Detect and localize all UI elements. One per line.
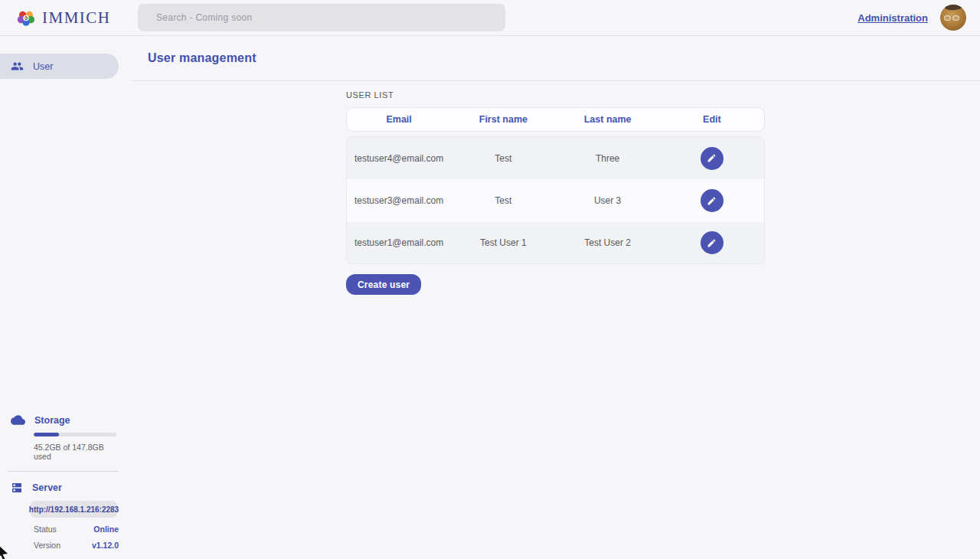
table-row: testuser1@email.com Test User 1 Test Use…	[347, 221, 764, 263]
col-edit: Edit	[660, 114, 764, 125]
sidebar-item-user[interactable]: User	[0, 54, 119, 79]
storage-progress-fill	[34, 433, 59, 436]
brand[interactable]: IMMICH	[15, 7, 111, 28]
brand-name: IMMICH	[42, 8, 111, 28]
server-url-chip: http://192.168.1.216:2283	[31, 501, 117, 518]
edit-user-button[interactable]	[701, 189, 724, 212]
server-version-row: Version v1.12.0	[34, 541, 119, 550]
col-email: Email	[347, 114, 451, 125]
page-header: User management	[130, 36, 980, 81]
server-status-row: Status Online	[34, 525, 119, 534]
status-label: Status	[34, 525, 57, 534]
search-input[interactable]: Search - Coming soon	[138, 4, 505, 31]
server-title: Server	[32, 482, 62, 493]
cell-first-name: Test User 1	[451, 237, 555, 248]
cell-first-name: Test	[451, 153, 555, 164]
cell-last-name: Test User 2	[556, 237, 660, 248]
edit-user-button[interactable]	[701, 231, 724, 254]
storage-progress-bar	[34, 433, 116, 436]
status-value: Online	[93, 525, 119, 534]
users-icon	[11, 60, 24, 73]
storage-header: Storage	[0, 413, 121, 427]
col-first-name: First name	[451, 114, 555, 125]
cell-last-name: Three	[556, 153, 660, 164]
user-avatar[interactable]	[940, 5, 966, 31]
server-header: Server	[0, 482, 121, 494]
status-panel: Storage 45.2GB of 147.8GB used Server ht…	[0, 413, 121, 550]
cell-email: testuser3@email.com	[347, 195, 451, 206]
search-placeholder: Search - Coming soon	[156, 12, 252, 23]
user-list-section: USER LIST Email First name Last name Edi…	[346, 90, 765, 295]
storage-used-label: 45.2GB of 147.8GB used	[34, 443, 121, 461]
main-content: User management USER LIST Email First na…	[130, 36, 980, 559]
table-header: Email First name Last name Edit	[346, 107, 765, 132]
panel-divider	[8, 471, 119, 472]
version-value: v1.12.0	[92, 541, 119, 550]
page-title: User management	[148, 51, 256, 65]
avatar-glasses-detail	[944, 15, 962, 21]
pencil-icon	[707, 196, 717, 206]
cell-first-name: Test	[451, 195, 555, 206]
user-list-title: USER LIST	[346, 90, 765, 100]
sidebar: User Storage 45.2GB of 147.8GB used Serv…	[0, 36, 130, 559]
pencil-icon	[707, 238, 717, 248]
version-label: Version	[34, 541, 60, 550]
storage-title: Storage	[34, 415, 70, 426]
immich-logo-icon	[15, 7, 37, 28]
cell-email: testuser1@email.com	[347, 237, 451, 248]
table-row: testuser4@email.com Test Three	[347, 137, 764, 179]
top-navbar: IMMICH Search - Coming soon Administrati…	[0, 0, 980, 36]
navbar-right: Administration	[858, 5, 980, 31]
cloud-icon	[11, 413, 25, 427]
mouse-cursor	[0, 545, 11, 559]
cell-email: testuser4@email.com	[347, 153, 451, 164]
create-user-button[interactable]: Create user	[346, 274, 421, 295]
pencil-icon	[707, 153, 717, 163]
table-row: testuser3@email.com Test User 3	[347, 179, 764, 221]
col-last-name: Last name	[556, 114, 660, 125]
sidebar-item-label: User	[33, 61, 53, 72]
administration-link[interactable]: Administration	[858, 12, 928, 24]
cell-last-name: User 3	[556, 195, 660, 206]
edit-user-button[interactable]	[701, 147, 724, 170]
server-icon	[11, 482, 23, 494]
table-body: testuser4@email.com Test Three testuser3…	[346, 136, 765, 264]
